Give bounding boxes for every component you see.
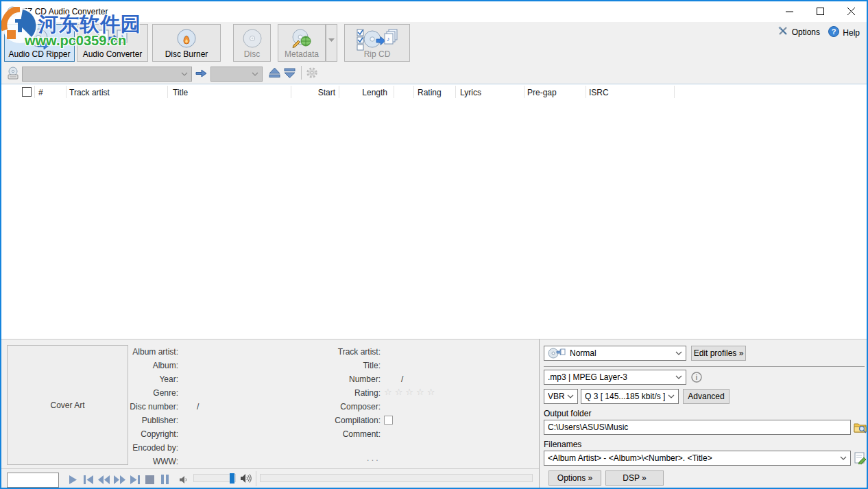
select-all-checkbox[interactable] <box>22 87 32 97</box>
help-button[interactable]: ? Help <box>828 26 860 39</box>
year-label: Year: <box>43 374 178 384</box>
audio-cd-ripper-button[interactable]: Audio CD Ripper <box>4 24 75 62</box>
svg-text:♪: ♪ <box>387 36 390 43</box>
app-icon <box>7 6 18 20</box>
toolbar-button-label: Disc <box>244 49 260 59</box>
column-header-isrc[interactable]: ISRC <box>589 88 609 97</box>
disc-number-label: Disc number: <box>43 402 178 412</box>
output-folder-input[interactable] <box>544 420 851 435</box>
gear-icon <box>306 67 318 79</box>
column-divider <box>66 86 67 98</box>
track-list-area[interactable] <box>1 99 867 339</box>
stop-button[interactable] <box>143 473 156 486</box>
settings-gear-button[interactable] <box>306 67 318 82</box>
next-track-button[interactable] <box>128 473 142 486</box>
load-tray-button[interactable] <box>284 68 296 81</box>
options-label: Options <box>792 27 820 37</box>
play-icon <box>68 475 77 485</box>
format-info-icon[interactable]: i <box>691 372 702 385</box>
main-toolbar: Audio CD Ripper ♪ ♪ Audio Converter <box>1 22 867 64</box>
fast-forward-button[interactable] <box>112 473 126 486</box>
column-header-track-artist[interactable]: Track artist <box>69 88 110 97</box>
column-header-rating[interactable]: Rating <box>418 88 442 97</box>
star-icon[interactable]: ☆ <box>384 387 395 397</box>
column-header-lyrics[interactable]: Lyrics <box>460 88 481 97</box>
track-artist-label: Track artist: <box>289 347 381 357</box>
skip-end-icon <box>130 475 141 485</box>
column-header-title[interactable]: Title <box>173 88 188 97</box>
rip-cd-button[interactable]: ♪ Rip CD <box>344 24 410 62</box>
metadata-dropdown-button[interactable] <box>326 24 337 62</box>
time-display <box>7 473 59 488</box>
close-button[interactable] <box>836 1 867 21</box>
star-icon[interactable]: ☆ <box>405 387 416 397</box>
quality-value: Q 3 [ 145...185 kbit/s ] <box>585 392 665 401</box>
rewind-button[interactable] <box>97 473 110 486</box>
track-number-value[interactable]: / <box>401 374 403 384</box>
playback-bar <box>1 468 539 489</box>
previous-track-button[interactable] <box>82 473 95 486</box>
options-button[interactable]: Options <box>778 26 820 38</box>
eject-button[interactable] <box>269 68 280 81</box>
disc-burner-button[interactable]: Disc Burner <box>152 24 221 62</box>
track-table-header: # Track artist Title Start Length Rating… <box>1 84 867 99</box>
format-select[interactable]: .mp3 | MPEG Layer-3 <box>544 370 686 385</box>
format-value: .mp3 | MPEG Layer-3 <box>548 372 627 382</box>
copyright-label: Copyright: <box>43 429 178 439</box>
seek-bar[interactable] <box>260 474 533 482</box>
star-icon[interactable]: ☆ <box>395 387 406 397</box>
pause-button[interactable] <box>158 473 171 486</box>
metadata-panel: Cover Art Album artist: Album: Year: Gen… <box>1 339 539 468</box>
column-header-pregap[interactable]: Pre-gap <box>527 88 557 97</box>
maximize-button[interactable] <box>805 1 836 21</box>
column-divider <box>455 86 456 98</box>
audio-converter-button[interactable]: ♪ ♪ Audio Converter <box>77 24 148 62</box>
star-icon[interactable]: ☆ <box>416 387 427 397</box>
column-header-number[interactable]: # <box>38 88 43 97</box>
more-fields-button[interactable]: . . . <box>367 453 378 463</box>
source-drive-select[interactable] <box>22 67 192 82</box>
drive-toolbar <box>1 64 867 84</box>
column-header-length[interactable]: Length <box>344 88 387 97</box>
encoder-options-button[interactable]: Options » <box>548 470 601 486</box>
compilation-checkbox[interactable] <box>384 416 393 425</box>
edit-profiles-button[interactable]: Edit profiles » <box>691 346 746 361</box>
target-drive-select[interactable] <box>210 67 263 82</box>
play-button[interactable] <box>66 473 80 486</box>
volume-slider[interactable] <box>193 474 236 482</box>
filenames-select[interactable]: <Album Artist> - <Album>\<Number>. <Titl… <box>544 451 851 466</box>
column-divider <box>394 86 394 98</box>
encoded-by-label: Encoded by: <box>43 443 178 453</box>
rating-stars[interactable]: ☆☆☆☆☆ <box>384 387 437 397</box>
column-header-start[interactable]: Start <box>296 88 335 97</box>
disc-number-value[interactable]: / <box>197 402 199 412</box>
bitrate-mode-value: VBR <box>548 392 564 401</box>
edit-pencil-icon <box>854 452 867 464</box>
playbar-separator <box>256 471 256 486</box>
arrow-right-icon <box>195 69 207 81</box>
volume-low-icon[interactable] <box>179 475 188 487</box>
encoder-panel: Normal Edit profiles » .mp3 | MPEG Layer… <box>539 339 868 489</box>
disc-button[interactable]: Disc <box>233 24 271 62</box>
bitrate-mode-select[interactable]: VBR <box>544 389 578 404</box>
folder-browse-icon <box>854 421 867 433</box>
column-divider <box>339 86 339 98</box>
quality-select[interactable]: Q 3 [ 145...185 kbit/s ] <box>581 389 679 404</box>
number-label: Number: <box>289 374 381 384</box>
metadata-button[interactable]: Metadata <box>278 24 326 62</box>
star-icon[interactable]: ☆ <box>427 387 438 397</box>
browse-folder-button[interactable] <box>854 421 867 436</box>
album-label: Album: <box>43 361 178 370</box>
chevron-down-icon <box>564 394 574 398</box>
dsp-button[interactable]: DSP » <box>605 470 664 486</box>
volume-slider-handle[interactable] <box>230 473 234 484</box>
profile-select[interactable]: Normal <box>544 346 686 361</box>
minimize-button[interactable] <box>774 1 805 21</box>
chevron-down-icon <box>673 351 682 355</box>
edit-filename-button[interactable] <box>854 452 867 467</box>
advanced-button[interactable]: Advanced <box>683 389 730 404</box>
volume-high-icon[interactable] <box>240 473 252 486</box>
disc-burner-icon <box>153 27 220 51</box>
help-icon: ? <box>828 26 839 39</box>
composer-label: Composer: <box>289 402 381 412</box>
